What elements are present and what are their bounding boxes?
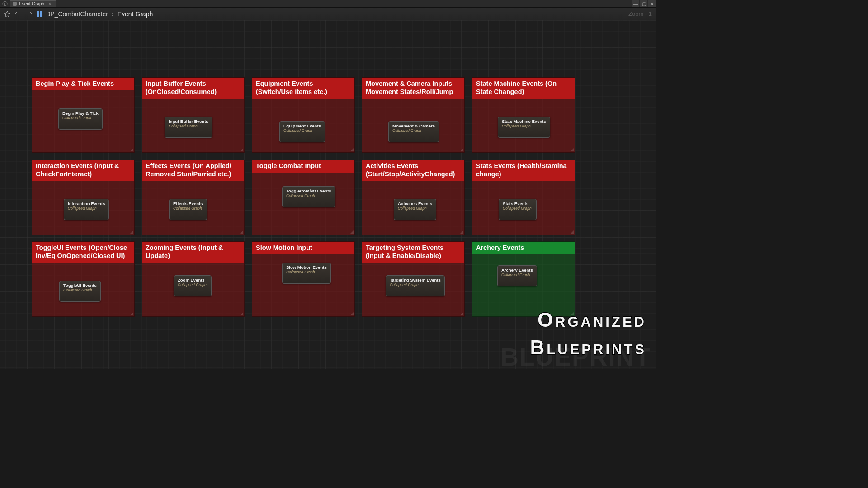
node-subtitle: Collapsed Graph bbox=[390, 282, 441, 287]
comment-activities[interactable]: Activities Events (Start/Stop/ActivityCh… bbox=[362, 160, 465, 235]
nav-forward-button[interactable]: 🡒 bbox=[25, 10, 33, 18]
svg-rect-2 bbox=[40, 11, 42, 14]
resize-handle-icon[interactable] bbox=[240, 148, 243, 151]
node-subtitle: Collapsed Graph bbox=[63, 288, 97, 292]
breadcrumb-bar: 🡐 🡒 BP_CombatCharacter › Event Graph Zoo… bbox=[0, 8, 656, 20]
comment-title[interactable]: State Machine Events (On State Changed) bbox=[472, 78, 575, 99]
node-title: Activities Events bbox=[398, 201, 432, 206]
comment-movement[interactable]: Movement & Camera Inputs Movement States… bbox=[362, 77, 465, 153]
node-title: Targeting System Events bbox=[390, 277, 441, 282]
minimize-button[interactable]: — bbox=[632, 0, 639, 7]
collapsed-graph-node[interactable]: Targeting System EventsCollapsed Graph bbox=[386, 275, 445, 296]
resize-handle-icon[interactable] bbox=[240, 312, 243, 315]
nav-back-button[interactable]: 🡐 bbox=[14, 10, 22, 18]
unreal-logo-icon bbox=[0, 0, 10, 7]
comment-title[interactable]: Slow Motion Input bbox=[252, 242, 354, 254]
close-icon[interactable]: × bbox=[48, 1, 51, 6]
comment-effects[interactable]: Effects Events (On Applied/ Removed Stun… bbox=[142, 160, 245, 235]
comment-title[interactable]: Equipment Events (Switch/Use items etc.) bbox=[252, 78, 354, 99]
comment-interaction[interactable]: Interaction Events (Input & CheckForInte… bbox=[32, 160, 135, 235]
node-title: Archery Events bbox=[501, 267, 533, 272]
resize-handle-icon[interactable] bbox=[350, 312, 354, 315]
node-subtitle: Collapsed Graph bbox=[501, 272, 533, 277]
blueprint-icon bbox=[36, 11, 42, 17]
comment-targeting[interactable]: Targeting System Events (Input & Enable/… bbox=[362, 241, 465, 317]
node-title: Begin Play & TIck bbox=[62, 111, 99, 116]
node-title: State Machine Events bbox=[502, 119, 546, 124]
collapsed-graph-node[interactable]: Stats EventsCollapsed Graph bbox=[499, 199, 537, 220]
favorite-icon[interactable] bbox=[4, 10, 11, 18]
comment-toggle-ui[interactable]: ToggleUI Events (Open/Close Inv/Eq OnOpe… bbox=[32, 241, 135, 317]
collapsed-graph-node[interactable]: ToggleCombat EventsCollapsed Graph bbox=[282, 186, 335, 207]
comment-body: State Machine EventsCollapsed Graph bbox=[472, 99, 575, 162]
collapsed-graph-node[interactable]: Zoom EventsCollapsed Graph bbox=[174, 275, 212, 296]
comment-title[interactable]: Zooming Events (Input & Update) bbox=[142, 242, 244, 263]
tab-event-graph[interactable]: Event Graph × bbox=[10, 0, 56, 7]
comment-body: Activities EventsCollapsed Graph bbox=[362, 181, 464, 244]
comment-title[interactable]: Activities Events (Start/Stop/ActivityCh… bbox=[362, 160, 464, 181]
resize-handle-icon[interactable] bbox=[350, 148, 354, 151]
node-title: Input Buffer Events bbox=[169, 119, 208, 124]
comment-body: Equipment EventsCollapsed Graph bbox=[252, 99, 354, 162]
comment-title[interactable]: Targeting System Events (Input & Enable/… bbox=[362, 242, 464, 263]
comment-title[interactable]: Input Buffer Events (OnClosed/Consumed) bbox=[142, 78, 244, 99]
graph-canvas[interactable]: Archery EventsArchery EventsCollapsed Gr… bbox=[0, 20, 656, 369]
collapsed-graph-node[interactable]: ToggleUI EventsCollapsed Graph bbox=[59, 281, 101, 302]
collapsed-graph-node[interactable]: Begin Play & TIckCollapsed Graph bbox=[58, 108, 103, 130]
node-subtitle: Collapsed Graph bbox=[68, 206, 105, 211]
maximize-button[interactable]: ▢ bbox=[640, 0, 647, 7]
resize-handle-icon[interactable] bbox=[130, 148, 133, 151]
node-subtitle: Collapsed Graph bbox=[503, 206, 533, 211]
resize-handle-icon[interactable] bbox=[460, 148, 463, 151]
node-subtitle: Collapsed Graph bbox=[62, 116, 99, 120]
comment-title[interactable]: Interaction Events (Input & CheckForInte… bbox=[32, 160, 134, 181]
comment-body: Interaction EventsCollapsed Graph bbox=[32, 181, 134, 244]
resize-handle-icon[interactable] bbox=[571, 230, 574, 234]
resize-handle-icon[interactable] bbox=[571, 148, 574, 151]
comment-body: Input Buffer EventsCollapsed Graph bbox=[142, 99, 244, 162]
resize-handle-icon[interactable] bbox=[240, 230, 243, 234]
node-title: Slow Motion Events bbox=[286, 265, 327, 270]
collapsed-graph-node[interactable]: State Machine EventsCollapsed Graph bbox=[498, 117, 550, 138]
collapsed-graph-node[interactable]: Archery EventsCollapsed Graph bbox=[497, 265, 537, 286]
collapsed-graph-node[interactable]: Interaction EventsCollapsed Graph bbox=[64, 199, 109, 220]
node-title: ToggleUI Events bbox=[63, 283, 97, 288]
node-subtitle: Collapsed Graph bbox=[502, 124, 546, 128]
comment-zooming[interactable]: Zooming Events (Input & Update)Zoom Even… bbox=[142, 241, 245, 317]
node-title: ToggleCombat Events bbox=[286, 188, 331, 193]
close-button[interactable]: ✕ bbox=[648, 0, 656, 7]
node-title: Interaction Events bbox=[68, 201, 105, 206]
collapsed-graph-node[interactable]: Slow Motion EventsCollapsed Graph bbox=[282, 263, 331, 284]
collapsed-graph-node[interactable]: Effects EventsCollapsed Graph bbox=[169, 199, 207, 220]
comment-body: Movement & CameraCollapsed Graph bbox=[362, 99, 464, 162]
comment-title[interactable]: Begin Play & Tick Events bbox=[32, 78, 134, 90]
comment-title[interactable]: Effects Events (On Applied/ Removed Stun… bbox=[142, 160, 244, 181]
comment-input-buffer[interactable]: Input Buffer Events (OnClosed/Consumed)I… bbox=[142, 77, 245, 153]
comment-body: Effects EventsCollapsed Graph bbox=[142, 181, 244, 244]
collapsed-graph-node[interactable]: Activities EventsCollapsed Graph bbox=[394, 199, 436, 220]
resize-handle-icon[interactable] bbox=[460, 312, 463, 315]
resize-handle-icon[interactable] bbox=[460, 230, 463, 234]
comment-state-machine[interactable]: State Machine Events (On State Changed)S… bbox=[472, 77, 575, 153]
comment-title[interactable]: Stats Events (Health/Stamina change) bbox=[472, 160, 575, 181]
comment-title[interactable]: Movement & Camera Inputs Movement States… bbox=[362, 78, 464, 99]
node-title: Equipment Events bbox=[283, 123, 321, 128]
svg-rect-1 bbox=[37, 11, 39, 14]
node-title: Movement & Camera bbox=[392, 123, 435, 128]
collapsed-graph-node[interactable]: Equipment EventsCollapsed Graph bbox=[279, 121, 325, 142]
resize-handle-icon[interactable] bbox=[130, 312, 133, 315]
comment-title[interactable]: ToggleUI Events (Open/Close Inv/Eq OnOpe… bbox=[32, 242, 134, 263]
comment-body: Begin Play & TIckCollapsed Graph bbox=[32, 90, 134, 154]
breadcrumb-blueprint[interactable]: BP_CombatCharacter bbox=[46, 10, 108, 18]
comment-equipment[interactable]: Equipment Events (Switch/Use items etc.)… bbox=[252, 77, 355, 153]
graph-icon bbox=[13, 2, 17, 6]
collapsed-graph-node[interactable]: Input Buffer EventsCollapsed Graph bbox=[165, 117, 212, 138]
node-subtitle: Collapsed Graph bbox=[392, 128, 435, 133]
collapsed-graph-node[interactable]: Movement & CameraCollapsed Graph bbox=[388, 121, 439, 142]
comment-toggle-combat[interactable]: Toggle Combat InputToggleCombat EventsCo… bbox=[252, 160, 355, 235]
comment-stats[interactable]: Stats Events (Health/Stamina change)Stat… bbox=[472, 160, 575, 235]
resize-handle-icon[interactable] bbox=[130, 230, 133, 234]
comment-begin-play[interactable]: Begin Play & Tick EventsBegin Play & TIc… bbox=[32, 77, 135, 153]
comment-slow-motion[interactable]: Slow Motion InputSlow Motion EventsColla… bbox=[252, 241, 355, 317]
resize-handle-icon[interactable] bbox=[350, 230, 354, 234]
